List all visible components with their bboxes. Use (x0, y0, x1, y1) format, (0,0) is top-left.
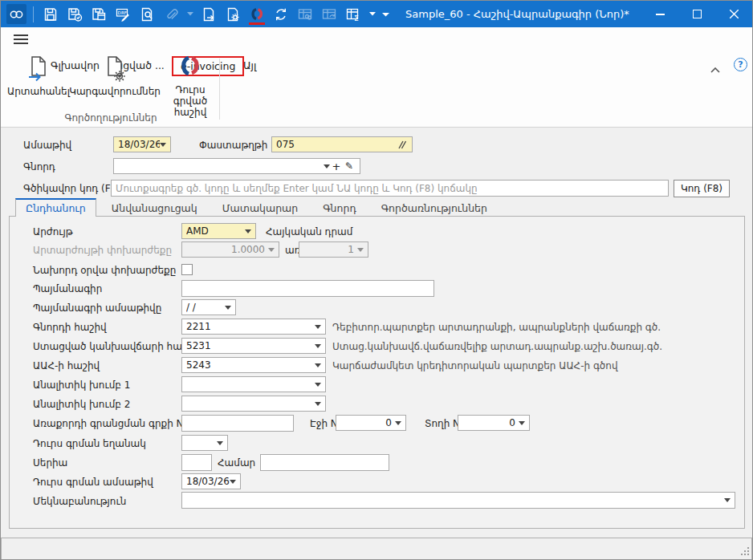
advance-account-label: Ստացված կանխավճարի հաշիվ (33, 341, 199, 352)
advance-account-combo[interactable]: 5231 (181, 338, 326, 354)
contract-label: Պայմանագիր (33, 283, 102, 294)
currency-combo[interactable]: AMD (181, 223, 256, 239)
paperclip-dropdown-icon[interactable] (183, 1, 197, 27)
einvoicing-logo-icon (178, 55, 202, 81)
collapse-ribbon-icon[interactable] (710, 61, 720, 76)
vat-account-desc: Կարճաժամկետ կրեդիտորական պարտքեր ԱԱՀ-ի գ… (332, 360, 618, 371)
save-and-new-icon[interactable] (87, 1, 111, 27)
contract-date-combo[interactable]: / / (181, 299, 236, 315)
line-number-label: Տողի N (425, 418, 460, 429)
dropdown-icon (315, 363, 321, 367)
currency-label: Արժույթ (33, 226, 73, 237)
series-input[interactable] (181, 454, 212, 471)
more-dropdown-icon[interactable] (379, 1, 393, 27)
tab-items-list[interactable]: Անվանացուցակ (102, 198, 207, 217)
window-title: Sample_60 - Հաշիվ-Ապրանքագիր (Նոր)* (405, 8, 641, 20)
minimize-button[interactable] (641, 1, 678, 27)
table-sum-icon[interactable]: Σ (341, 1, 365, 27)
date-combo[interactable]: 18/03/26 (113, 136, 171, 152)
shipping-book-input[interactable] (181, 415, 294, 432)
buyer-account-combo[interactable]: 2211 (181, 319, 326, 335)
number-input[interactable] (260, 454, 389, 471)
table-refresh-icon[interactable] (317, 1, 341, 27)
comment-label: Մեկնաբանություն (33, 496, 126, 507)
settings-document-icon (102, 55, 128, 83)
code-f8-button[interactable]: Կոդ (F8) (674, 180, 730, 197)
close-icon (730, 10, 739, 18)
analytic-group1-combo[interactable] (181, 376, 326, 392)
help-icon[interactable]: ? (734, 58, 747, 71)
dropdown-icon (268, 248, 275, 252)
previous-day-rate-checkbox[interactable] (181, 264, 193, 275)
ribbon-group-label: Գործողություններ (7, 112, 214, 124)
document-export-icon[interactable] (197, 1, 221, 27)
contract-input[interactable] (181, 280, 434, 297)
document-preview-icon[interactable] (135, 1, 159, 27)
save-icon[interactable] (39, 1, 63, 27)
dropdown-icon (315, 402, 321, 406)
tab-supplier[interactable]: Մատակարար (213, 198, 308, 217)
vat-account-combo[interactable]: 5243 (181, 357, 326, 373)
tab-buyer[interactable]: Գնորդ (313, 198, 365, 217)
series-label: Սերիա (33, 457, 67, 469)
writeoff-method-combo[interactable] (181, 435, 228, 451)
menu-item-other[interactable]: Այլ (243, 59, 256, 71)
maximize-icon (693, 10, 702, 18)
hamburger-menu-icon[interactable] (14, 34, 28, 46)
svg-text:Σ: Σ (354, 14, 359, 22)
drf-edit-icon[interactable]: DRF (111, 1, 135, 27)
dropdown-icon (324, 164, 330, 168)
tab-strip: Ընդհանուր Անվանացուցակ Մատակարար Գնորդ Գ… (15, 198, 497, 217)
dropdown-icon (315, 344, 321, 348)
export-document-icon (26, 55, 51, 83)
e-invoicing-icon[interactable] (245, 1, 269, 27)
export-button[interactable]: Արտահանել (7, 55, 70, 97)
window-controls (641, 1, 752, 27)
analytic-group1-label: Անալիտիկ խումբ 1 (33, 379, 130, 391)
maximize-button[interactable] (678, 1, 715, 27)
currency-desc: Հայկական դրամ (266, 226, 352, 237)
toolbar-separator (33, 6, 34, 22)
tab-general[interactable]: Ընդհանուր (15, 198, 96, 217)
auto-number-icon[interactable] (395, 140, 408, 149)
page-number-combo[interactable]: 0 (336, 415, 406, 431)
close-button[interactable] (715, 1, 752, 27)
titlebar: DRF (1, 1, 752, 27)
application-window: DRF (0, 0, 753, 560)
buyer-label: Գնորդ (23, 161, 55, 172)
refresh-icon[interactable] (269, 1, 293, 27)
settings-button[interactable]: Կարգավորումներ (71, 55, 158, 97)
writeoff-date-combo[interactable]: 18/03/26 (181, 473, 241, 489)
page-number-label: Էջի N (310, 418, 338, 429)
comment-combo[interactable] (181, 492, 735, 509)
save-and-close-icon[interactable] (63, 1, 87, 27)
resize-grip[interactable] (739, 547, 749, 557)
add-icon[interactable]: + (330, 160, 343, 172)
buyer-account-desc: Դեբիտոր.պարտքեր արտադրանքի, ապրանքների վ… (332, 322, 661, 333)
dropdown-icon (315, 383, 321, 387)
writeoff-date-label: Դուրս գրման ամսաթիվ (33, 477, 153, 488)
tab-operations[interactable]: Գործառնություններ (372, 198, 497, 217)
previous-day-rate-label: Նախորդ օրվա փոխարժեքը (33, 265, 176, 276)
settings-button-label: Կարգավորումներ (69, 86, 161, 97)
edit-icon[interactable]: ✎ (343, 160, 356, 172)
minimize-icon (656, 14, 665, 15)
buyer-combo[interactable]: + ✎ (113, 158, 360, 174)
export-button-label: Արտահանել (7, 86, 70, 97)
contract-date-label: Պայմանագրի ամսաթիվը (33, 302, 161, 314)
table-sum-dropdown-icon[interactable] (365, 1, 379, 27)
analytic-group2-combo[interactable] (181, 396, 326, 412)
table-link-icon[interactable] (293, 1, 317, 27)
app-logo-icon[interactable] (6, 4, 26, 24)
issued-invoice-button[interactable]: Դուրս գրված հաշիվ (158, 55, 222, 118)
document-number-field[interactable]: 075 (271, 136, 413, 152)
paperclip-icon[interactable] (159, 1, 183, 27)
barcode-label: Գծիկավոր կոդ (F2) (23, 183, 120, 194)
document-settings-icon[interactable] (221, 1, 245, 27)
barcode-input[interactable] (111, 180, 669, 197)
dropdown-icon (724, 498, 731, 502)
advance-account-desc: Ստաց.կանխավճ.վաճառվելիք արտադ.ապրանք.աշխ… (332, 341, 662, 352)
line-number-combo[interactable]: 0 (458, 415, 530, 431)
dropdown-icon (225, 306, 231, 310)
date-label: Ամսաթիվ (23, 140, 71, 151)
